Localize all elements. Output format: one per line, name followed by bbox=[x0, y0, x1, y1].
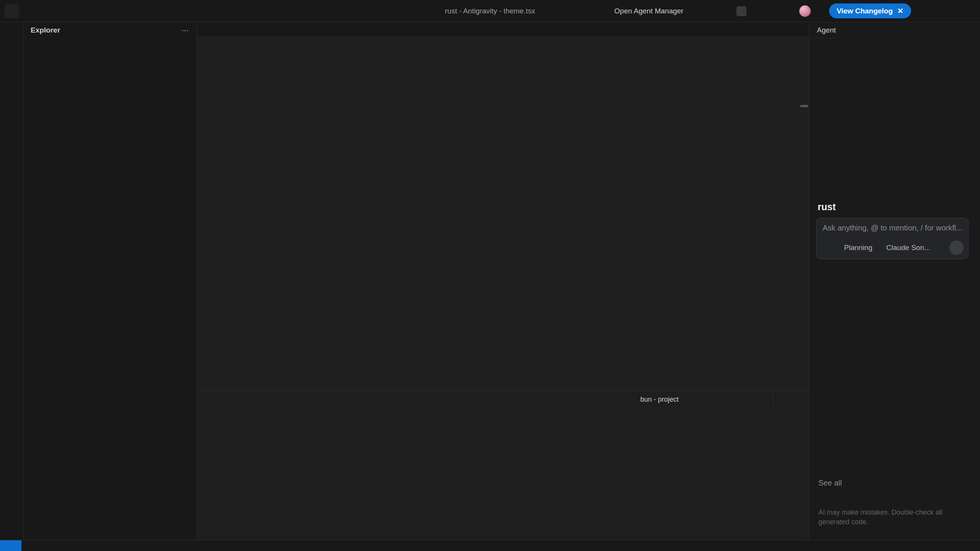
explorer-title: Explorer bbox=[31, 26, 60, 34]
activity-bar bbox=[0, 22, 24, 540]
model-selector[interactable]: Claude Son... bbox=[878, 244, 930, 252]
close-agent-panel-icon[interactable] bbox=[963, 26, 972, 35]
title-bar: rust - Antigravity - theme.tsx Open Agen… bbox=[0, 0, 980, 22]
explorer-sidebar: Explorer ⋯ bbox=[24, 22, 197, 540]
search-icon[interactable] bbox=[752, 6, 762, 16]
explorer-more-icon[interactable]: ⋯ bbox=[182, 26, 190, 35]
workspace-title: rust bbox=[818, 201, 836, 213]
mode-selector-label: Planning bbox=[844, 244, 872, 252]
view-changelog-button[interactable]: View Changelog ✕ bbox=[829, 3, 911, 18]
agent-input-placeholder: Ask anything, @ to mention, / for workfl… bbox=[823, 224, 962, 232]
agent-more-icon[interactable] bbox=[946, 26, 955, 35]
remote-indicator[interactable] bbox=[0, 540, 21, 551]
titlebar-controls: Open Agent Manager View Changelog ✕ bbox=[614, 3, 980, 18]
new-chat-icon[interactable] bbox=[910, 26, 919, 35]
microphone-icon[interactable] bbox=[936, 244, 944, 252]
app-logo[interactable] bbox=[5, 4, 19, 18]
editor-group: bun - project bbox=[197, 22, 809, 540]
remote-icon bbox=[7, 542, 15, 549]
agent-panel: Agent rust Ask anything, @ to mention, /… bbox=[809, 22, 980, 540]
editor-tabs bbox=[197, 22, 809, 37]
account-chevron-icon[interactable] bbox=[816, 8, 822, 14]
at-icon[interactable] bbox=[713, 395, 722, 404]
view-changelog-label: View Changelog bbox=[837, 7, 893, 15]
history-icon[interactable] bbox=[928, 26, 937, 35]
split-terminal-icon[interactable] bbox=[728, 395, 737, 404]
panel-more-icon[interactable] bbox=[758, 395, 767, 404]
terminal-dropdown-icon[interactable] bbox=[701, 396, 707, 402]
chevron-down-icon bbox=[836, 245, 842, 251]
kill-terminal-icon[interactable] bbox=[743, 395, 752, 404]
antigravity-window: rust - Antigravity - theme.tsx Open Agen… bbox=[0, 0, 980, 551]
send-button[interactable] bbox=[949, 240, 964, 255]
browser-icon[interactable] bbox=[769, 6, 779, 16]
settings-gear-icon[interactable] bbox=[784, 6, 794, 16]
panel-header: bun - project bbox=[197, 392, 809, 407]
bottom-panel: bun - project bbox=[197, 391, 809, 540]
maximize-panel-icon[interactable] bbox=[780, 395, 789, 404]
send-arrow-icon bbox=[953, 244, 960, 252]
mode-selector[interactable]: Planning bbox=[836, 244, 872, 252]
breadcrumb bbox=[197, 37, 809, 51]
toggle-sidebar-icon[interactable] bbox=[706, 6, 716, 16]
window-title: rust - Antigravity - theme.tsx bbox=[445, 7, 535, 15]
agent-input-box[interactable]: Ask anything, @ to mention, / for workfl… bbox=[816, 218, 969, 259]
open-agent-manager-button[interactable]: Open Agent Manager bbox=[614, 7, 684, 15]
panel-actions: bun - project bbox=[640, 395, 803, 404]
user-avatar[interactable] bbox=[799, 5, 811, 17]
attach-icon[interactable] bbox=[822, 244, 830, 252]
workbench: Explorer ⋯ bun - project bbox=[0, 22, 980, 540]
scrollbar-thumb[interactable] bbox=[800, 105, 808, 107]
antigravity-logo-icon bbox=[8, 7, 16, 15]
close-button[interactable] bbox=[958, 5, 975, 18]
code-editor[interactable] bbox=[197, 51, 809, 391]
explorer-header: Explorer ⋯ bbox=[24, 22, 196, 38]
minimize-button[interactable] bbox=[921, 5, 938, 18]
agent-title: Agent bbox=[817, 26, 836, 34]
toggle-secondary-sidebar-icon[interactable] bbox=[736, 6, 746, 16]
customize-layout-icon[interactable] bbox=[690, 6, 700, 16]
toggle-panel-icon[interactable] bbox=[721, 6, 731, 16]
ai-disclaimer: AI may make mistakes. Double-check all g… bbox=[818, 508, 971, 527]
close-panel-icon[interactable] bbox=[795, 395, 803, 404]
chevron-down-icon bbox=[878, 245, 884, 251]
changelog-close-icon[interactable]: ✕ bbox=[897, 7, 903, 15]
new-terminal-icon[interactable] bbox=[686, 395, 695, 404]
see-all-link[interactable]: See all bbox=[818, 479, 842, 487]
agent-header: Agent bbox=[809, 22, 980, 38]
terminal[interactable] bbox=[197, 407, 809, 540]
model-selector-label: Claude Son... bbox=[886, 244, 930, 252]
status-bar bbox=[0, 540, 980, 551]
terminal-shell-label[interactable]: bun - project bbox=[640, 396, 679, 404]
restore-button[interactable] bbox=[939, 5, 956, 18]
